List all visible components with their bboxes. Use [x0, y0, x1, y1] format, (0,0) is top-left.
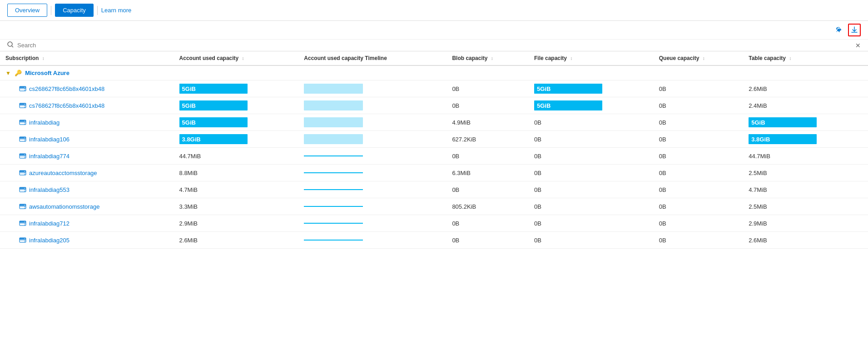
- cell-timeline-4: [298, 148, 446, 165]
- nav-divider-2: [97, 6, 98, 15]
- cell-file-9: 0B: [529, 232, 654, 249]
- cell-table-cap-3: 3.8GiB: [743, 131, 868, 148]
- overview-button[interactable]: Overview: [7, 4, 47, 17]
- cell-account-used-5: 8.8MiB: [174, 165, 299, 181]
- col-queue[interactable]: Queue capacity ↕: [654, 51, 743, 65]
- group-key-icon: 🔑: [15, 70, 22, 76]
- search-input[interactable]: [17, 42, 855, 49]
- resource-link-8[interactable]: infralabdiag712: [29, 220, 69, 227]
- cell-table-cap-7: 2.5MiB: [743, 198, 868, 215]
- cell-timeline-7: [298, 198, 446, 215]
- cell-file-0: 5GiB: [529, 80, 654, 97]
- col-file[interactable]: File capacity ↕: [529, 51, 654, 65]
- resource-link-4[interactable]: infralabdiag774: [29, 153, 69, 160]
- cell-timeline-5: [298, 165, 446, 181]
- resource-link-3[interactable]: infralabdiag106: [29, 136, 69, 143]
- download-button[interactable]: [848, 24, 861, 36]
- cell-queue-5: 0B: [654, 165, 743, 181]
- resource-link-2[interactable]: infralabdiag: [29, 119, 60, 126]
- cell-account-used-8: 2.9MiB: [174, 215, 299, 232]
- capacity-button[interactable]: Capacity: [55, 4, 94, 17]
- cell-table-cap-6: 4.7MiB: [743, 181, 868, 198]
- resource-link-5[interactable]: azureautoacctomsstorage: [29, 170, 97, 176]
- capacity-table: Subscription ↕ Account used capacity ↕ A…: [0, 51, 868, 249]
- table-row: infralabdiag712 2.9MiB 0B 0B 0B 2.9MiB: [0, 215, 868, 232]
- cell-queue-2: 0B: [654, 114, 743, 131]
- cell-blob-5: 6.3MiB: [446, 165, 529, 181]
- table-row: cs768627f8c65b8x4601xb48 5GiB 0B 5GiB 0B…: [0, 97, 868, 114]
- sort-icon-account-used: ↕: [242, 56, 244, 61]
- sort-icon-table-cap: ↕: [789, 56, 791, 61]
- pin-button[interactable]: [832, 24, 844, 36]
- cell-account-used-6: 4.7MiB: [174, 181, 299, 198]
- col-table-cap[interactable]: Table capacity ↕: [743, 51, 868, 65]
- cell-file-3: 0B: [529, 131, 654, 148]
- cell-queue-4: 0B: [654, 148, 743, 165]
- cell-account-used-9: 2.6MiB: [174, 232, 299, 249]
- cell-file-8: 0B: [529, 215, 654, 232]
- table-row: infralabdiag 5GiB 4.9MiB 0B 0B 5GiB: [0, 114, 868, 131]
- toolbar: [0, 21, 868, 40]
- cell-queue-9: 0B: [654, 232, 743, 249]
- cell-account-used-7: 3.3MiB: [174, 198, 299, 215]
- cell-queue-1: 0B: [654, 97, 743, 114]
- cell-timeline-1: [298, 97, 446, 114]
- sort-icon-blob: ↕: [491, 56, 493, 61]
- resource-link-6[interactable]: infralabdiag553: [29, 186, 69, 193]
- cell-blob-7: 805.2KiB: [446, 198, 529, 215]
- resource-link-0[interactable]: cs268627f8c65b8x4601xb48: [29, 85, 104, 92]
- cell-subscription-9: infralabdiag205: [0, 232, 174, 249]
- sort-icon-queue: ↕: [703, 56, 705, 61]
- cell-timeline-9: [298, 232, 446, 249]
- cell-subscription-7: awsautomationomsstorage: [0, 198, 174, 215]
- table-row: infralabdiag774 44.7MiB 0B 0B 0B 44.7MiB: [0, 148, 868, 165]
- search-bar: ✕: [0, 40, 868, 51]
- resource-link-9[interactable]: infralabdiag205: [29, 237, 69, 244]
- cell-account-used-4: 44.7MiB: [174, 148, 299, 165]
- cell-table-cap-5: 2.5MiB: [743, 165, 868, 181]
- svg-point-0: [8, 42, 12, 46]
- cell-queue-3: 0B: [654, 131, 743, 148]
- col-subscription[interactable]: Subscription ↕: [0, 51, 174, 65]
- cell-blob-8: 0B: [446, 215, 529, 232]
- cell-timeline-6: [298, 181, 446, 198]
- download-icon: [851, 26, 858, 34]
- sort-icon-subscription: ↕: [42, 56, 45, 61]
- col-account-used[interactable]: Account used capacity ↕: [174, 51, 299, 65]
- cell-timeline-0: [298, 80, 446, 97]
- cell-file-1: 5GiB: [529, 97, 654, 114]
- cell-blob-3: 627.2KiB: [446, 131, 529, 148]
- cell-subscription-2: infralabdiag: [0, 114, 174, 131]
- table-row: infralabdiag553 4.7MiB 0B 0B 0B 4.7MiB: [0, 181, 868, 198]
- table-row: awsautomationomsstorage 3.3MiB 805.2KiB …: [0, 198, 868, 215]
- col-blob[interactable]: Blob capacity ↕: [446, 51, 529, 65]
- cell-blob-1: 0B: [446, 97, 529, 114]
- col-timeline[interactable]: Account used capacity Timeline: [298, 51, 446, 65]
- cell-subscription-1: cs768627f8c65b8x4601xb48: [0, 97, 174, 114]
- cell-queue-0: 0B: [654, 80, 743, 97]
- cell-queue-6: 0B: [654, 181, 743, 198]
- search-clear-button[interactable]: ✕: [855, 42, 861, 49]
- cell-timeline-2: [298, 114, 446, 131]
- resource-link-1[interactable]: cs768627f8c65b8x4601xb48: [29, 102, 104, 109]
- cell-account-used-2: 5GiB: [174, 114, 299, 131]
- cell-subscription-6: infralabdiag553: [0, 181, 174, 198]
- table-row: azureautoacctomsstorage 8.8MiB 6.3MiB 0B…: [0, 165, 868, 181]
- resource-link-7[interactable]: awsautomationomsstorage: [29, 203, 99, 210]
- table-row: infralabdiag106 3.8GiB 627.2KiB 0B 0B 3.…: [0, 131, 868, 148]
- cell-timeline-3: [298, 131, 446, 148]
- cell-timeline-8: [298, 215, 446, 232]
- learn-more-link[interactable]: Learn more: [101, 7, 131, 14]
- nav-divider-1: [51, 6, 51, 15]
- cell-queue-7: 0B: [654, 198, 743, 215]
- table-header-row: Subscription ↕ Account used capacity ↕ A…: [0, 51, 868, 65]
- cell-file-6: 0B: [529, 181, 654, 198]
- cell-file-4: 0B: [529, 148, 654, 165]
- cell-account-used-1: 5GiB: [174, 97, 299, 114]
- cell-queue-8: 0B: [654, 215, 743, 232]
- cell-table-cap-9: 2.6MiB: [743, 232, 868, 249]
- cell-account-used-3: 3.8GiB: [174, 131, 299, 148]
- cell-subscription-8: infralabdiag712: [0, 215, 174, 232]
- cell-account-used-0: 5GiB: [174, 80, 299, 97]
- group-link-microsoft-azure[interactable]: Microsoft Azure: [25, 70, 69, 76]
